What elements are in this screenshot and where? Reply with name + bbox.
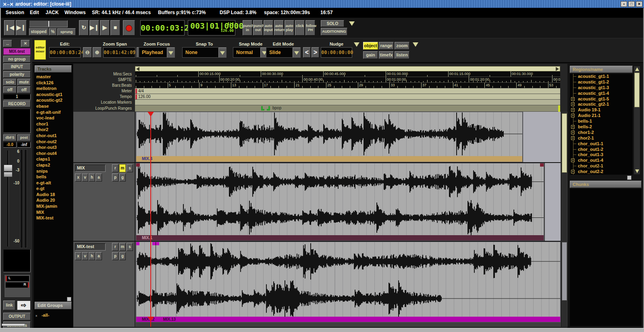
track-list-item[interactable]: voc-lead xyxy=(34,115,73,121)
edit-groups-header[interactable]: Edit Groups xyxy=(35,302,72,309)
strip-close-icon[interactable]: ✕ xyxy=(21,40,30,47)
meter-point-button[interactable]: dbFS xyxy=(3,134,17,141)
region-name[interactable]: bells-2 xyxy=(578,124,592,129)
strip-scrollbar[interactable] xyxy=(2,324,25,326)
record-enable-button[interactable]: RECORD xyxy=(3,100,31,107)
expand-icon[interactable]: + xyxy=(571,131,575,134)
track-button-g[interactable]: g xyxy=(119,173,126,182)
chevron-down-icon[interactable] xyxy=(167,48,175,57)
region-name-bar[interactable]: MIX.12 MIX.13 xyxy=(136,317,560,322)
loop-button[interactable]: ↻ xyxy=(79,20,89,35)
region-list-item[interactable]: +chor_out2-2 xyxy=(570,169,633,175)
track-list-item[interactable]: chor2 xyxy=(34,127,73,133)
track-list-item[interactable]: e-gt-alt xyxy=(34,180,73,186)
play-selection-button[interactable]: ▶❙ xyxy=(89,20,99,35)
menu-session[interactable]: Session xyxy=(6,10,24,15)
region-name[interactable]: Audio 19-1 xyxy=(578,107,600,112)
edit-mode-select[interactable]: Slide xyxy=(266,47,301,58)
menu-jack[interactable]: JACK xyxy=(46,10,59,15)
scroll-up-icon[interactable] xyxy=(635,67,639,71)
ruler-meter[interactable]: 4/4 xyxy=(135,88,560,94)
track-button-m[interactable]: m xyxy=(119,164,126,172)
region-list-item[interactable]: acoustic_gt1-2 xyxy=(570,79,633,85)
scroll-down-icon[interactable] xyxy=(635,169,639,173)
track2-empty-area[interactable] xyxy=(545,163,561,241)
track-list-item[interactable]: bells xyxy=(34,174,73,180)
vertical-scrollbar[interactable] xyxy=(561,112,567,327)
zoom-span-clock[interactable]: 00:01:42:09 xyxy=(103,47,135,58)
track-list-item[interactable]: MIX-jamin xyxy=(34,204,73,210)
expand-icon[interactable]: + xyxy=(571,136,575,140)
mouse-mode-range[interactable]: range xyxy=(379,42,394,50)
route-name-button[interactable]: MIX-test xyxy=(3,48,31,55)
region-mix4[interactable]: MIX.4 xyxy=(136,112,523,162)
track-button-r[interactable]: r xyxy=(112,243,118,251)
track-list-item[interactable]: snips xyxy=(34,169,73,175)
expand-icon[interactable]: + xyxy=(571,170,575,173)
track-list-item[interactable]: e-gt xyxy=(34,186,73,192)
gain-display[interactable]: -0.0 xyxy=(3,142,17,148)
toggle-auto-input[interactable]: auto input xyxy=(264,20,273,35)
region-list-item[interactable]: bells-1 xyxy=(570,119,633,124)
zoom-focus-select[interactable]: Playhead xyxy=(139,47,175,58)
track-list-item[interactable]: ebase xyxy=(34,104,73,110)
group-active-mark[interactable]: x xyxy=(35,314,37,317)
region-mix1[interactable]: MIX.1 xyxy=(136,163,544,241)
edit-group-row[interactable]: x -all- xyxy=(35,311,72,317)
track-button-x[interactable]: x xyxy=(75,252,81,260)
region-list-item[interactable]: acoustic_gt1-4 xyxy=(570,91,633,96)
scroll-left-icon[interactable] xyxy=(136,67,139,71)
ruler-options-dropdown-icon[interactable] xyxy=(354,42,359,47)
region-list-item[interactable]: +Audio 19-1 xyxy=(570,107,633,113)
region-list-item[interactable]: +bells-2 xyxy=(570,124,633,130)
track-button-v[interactable]: v xyxy=(82,173,88,182)
region-list-item[interactable]: +chor1-2 xyxy=(570,130,633,136)
snap-to-select[interactable]: None xyxy=(182,47,226,58)
panner-box[interactable]: L R xyxy=(4,274,31,298)
minimize-button[interactable]: ▪ xyxy=(621,1,627,7)
mute-button[interactable]: mute xyxy=(17,79,31,86)
region-label-mix13[interactable]: MIX.13 xyxy=(156,317,176,322)
scroll-right-icon[interactable] xyxy=(556,67,559,71)
toggle-punch-out[interactable]: punch out xyxy=(253,20,263,35)
menu-windows[interactable]: Windows xyxy=(64,10,86,15)
track-list-item[interactable]: claps2 xyxy=(34,163,73,169)
region-name-bar[interactable]: MIX.4 xyxy=(136,156,522,162)
window-frame-bottom[interactable] xyxy=(0,328,644,332)
track-button-r[interactable]: r xyxy=(112,164,118,172)
track-button-p[interactable]: p xyxy=(112,252,118,260)
track-button-h[interactable]: h xyxy=(89,252,95,260)
output-button[interactable]: OUTPUT xyxy=(3,313,31,320)
track2-name-field[interactable]: MIX xyxy=(75,165,106,172)
region-name[interactable]: acoustic_gt1-3 xyxy=(578,85,609,90)
gain-automation-box[interactable] xyxy=(3,249,31,272)
horizontal-scrollbar[interactable] xyxy=(135,66,560,71)
pane-divider-nub[interactable] xyxy=(627,175,632,180)
region-name[interactable]: acoustic_gt2-1 xyxy=(578,102,609,106)
ruler-loop-punch-ranges[interactable]: bpop xyxy=(135,105,560,112)
track1-header[interactable] xyxy=(73,112,135,162)
region-name-bar[interactable]: MIX.1 xyxy=(136,235,544,240)
track-list-item[interactable]: master xyxy=(34,74,73,80)
secondary-clock[interactable]: 003|01|0000 4|4 126.00 xyxy=(188,20,235,35)
region-handle[interactable] xyxy=(152,242,156,245)
input-button[interactable]: INPUT xyxy=(3,63,31,70)
region-name[interactable]: acoustic_gt1-5 xyxy=(578,96,609,101)
mouse-mode-timefx[interactable]: timefx xyxy=(379,51,394,59)
region-list-item[interactable]: +chor_out1-4 xyxy=(570,158,633,163)
region-list-item[interactable]: +acoustic_gt2-1 xyxy=(570,102,633,107)
regions-scroll-thumb[interactable] xyxy=(634,73,640,107)
region-name[interactable]: chor1-2 xyxy=(578,130,594,135)
region-list-item[interactable]: acoustic_gt1-1 xyxy=(570,74,633,79)
solo-button[interactable]: solo xyxy=(3,79,17,86)
shuttle-speed-bar[interactable] xyxy=(29,20,68,27)
region-list-item[interactable]: chor_out1-1 xyxy=(570,141,633,147)
regions-header[interactable]: Regions/name xyxy=(570,66,633,73)
editor-mixer-toggle[interactable]: editor mixer xyxy=(34,40,46,60)
region-name[interactable]: chor_out2-2 xyxy=(578,169,603,174)
transport-options-dropdown-icon[interactable] xyxy=(349,21,355,26)
track-list-item[interactable]: Audio 18 xyxy=(34,192,73,198)
track-list-item[interactable]: MIX-test xyxy=(34,215,73,221)
vscroll-thumb-secondary[interactable] xyxy=(562,242,567,301)
solo-indicator[interactable]: SOLO xyxy=(321,20,344,27)
